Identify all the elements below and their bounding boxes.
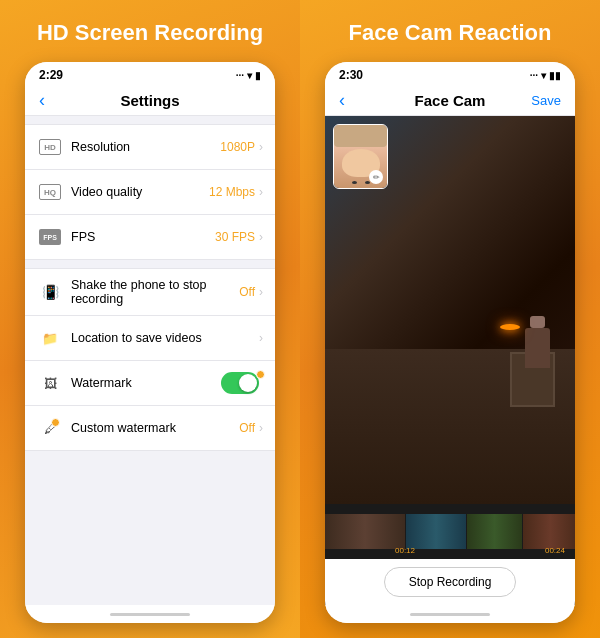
game-character-head: [530, 316, 545, 328]
settings-section-1: HD Resolution 1080P › HQ Video quality 1…: [25, 124, 275, 260]
game-character: [525, 328, 550, 368]
fps-label: FPS: [71, 230, 215, 244]
face-cam-overlay[interactable]: ✏: [333, 124, 388, 189]
face-eye-right: [365, 181, 370, 184]
watermark-badge: [256, 370, 265, 379]
right-nav-bar: ‹ Face Cam Save: [325, 86, 575, 116]
custom-watermark-value: Off: [239, 421, 255, 435]
timeline-clip-1[interactable]: [325, 514, 405, 549]
custom-watermark-img-icon: 🖊: [44, 421, 57, 436]
watermark-label: Watermark: [71, 376, 221, 390]
right-home-bar: [410, 613, 490, 616]
face-hair: [334, 125, 387, 147]
signal-icon: ···: [236, 70, 244, 81]
resolution-chevron: ›: [259, 140, 263, 154]
settings-list: HD Resolution 1080P › HQ Video quality 1…: [25, 116, 275, 605]
custom-watermark-row[interactable]: 🖊 Custom watermark Off ›: [25, 406, 275, 450]
stop-recording-button[interactable]: Stop Recording: [384, 567, 517, 597]
right-wifi-icon: ▾: [541, 70, 546, 81]
fps-icon: FPS: [39, 229, 61, 245]
custom-watermark-badge: [51, 418, 60, 427]
hd-icon: HD: [39, 139, 61, 155]
save-button[interactable]: Save: [531, 93, 561, 108]
facecam-nav-title: Face Cam: [415, 92, 486, 109]
fps-icon-container: FPS: [37, 224, 63, 250]
left-nav-bar: ‹ Settings: [25, 86, 275, 116]
left-panel: HD Screen Recording 2:29 ··· ▾ ▮ ‹ Setti…: [0, 0, 300, 638]
location-icon: 📁: [37, 325, 63, 351]
right-phone-mockup: 2:30 ··· ▾ ▮▮ ‹ Face Cam Save: [325, 62, 575, 623]
face-eye-left: [352, 181, 357, 184]
video-quality-label: Video quality: [71, 185, 209, 199]
left-home-indicator: [25, 605, 275, 623]
back-button[interactable]: ‹: [39, 90, 45, 111]
watermark-toggle[interactable]: [221, 372, 259, 394]
shake-phone-row[interactable]: 📳 Shake the phone to stop recording Off …: [25, 269, 275, 316]
fps-chevron: ›: [259, 230, 263, 244]
folder-icon: 📁: [42, 331, 58, 346]
resolution-icon: HD: [37, 134, 63, 160]
video-area: ✏: [325, 116, 575, 504]
right-battery-icon: ▮▮: [549, 70, 561, 81]
watermark-icon: 🖼: [37, 370, 63, 396]
left-phone-mockup: 2:29 ··· ▾ ▮ ‹ Settings HD Resolution 1: [25, 62, 275, 623]
stop-recording-area: Stop Recording: [325, 559, 575, 605]
home-bar: [110, 613, 190, 616]
watermark-img-icon: 🖼: [44, 376, 57, 391]
timeline-time-2: 00:24: [545, 546, 565, 555]
right-status-bar: 2:30 ··· ▾ ▮▮: [325, 62, 575, 86]
video-quality-chevron: ›: [259, 185, 263, 199]
right-panel: Face Cam Reaction 2:30 ··· ▾ ▮▮ ‹ Face C…: [300, 0, 600, 638]
timeline-time-1: 00:12: [395, 546, 415, 555]
shake-phone-value: Off: [239, 285, 255, 299]
left-status-icons: ··· ▾ ▮: [236, 70, 261, 81]
video-quality-row[interactable]: HQ Video quality 12 Mbps ›: [25, 170, 275, 215]
right-home-indicator: [325, 605, 575, 623]
settings-section-2: 📳 Shake the phone to stop recording Off …: [25, 268, 275, 451]
watermark-row[interactable]: 🖼 Watermark: [25, 361, 275, 406]
facecam-content: ✏ 00:12 00:24 Stop Recording: [325, 116, 575, 605]
shake-phone-chevron: ›: [259, 285, 263, 299]
battery-icon: ▮: [255, 70, 261, 81]
right-panel-title: Face Cam Reaction: [349, 20, 552, 46]
resolution-row[interactable]: HD Resolution 1080P ›: [25, 125, 275, 170]
game-muzzle-flash: [500, 324, 520, 330]
custom-watermark-label: Custom watermark: [71, 421, 239, 435]
wifi-icon: ▾: [247, 70, 252, 81]
location-row[interactable]: 📁 Location to save videos ›: [25, 316, 275, 361]
shake-phone-label: Shake the phone to stop recording: [71, 278, 239, 306]
video-quality-icon: HQ: [37, 179, 63, 205]
timeline-clip-4[interactable]: [523, 514, 575, 549]
timeline-area: 00:12 00:24: [325, 504, 575, 559]
timeline-clip-2[interactable]: [406, 514, 466, 549]
left-panel-title: HD Screen Recording: [37, 20, 263, 46]
timeline-strip: [325, 514, 575, 549]
custom-watermark-chevron: ›: [259, 421, 263, 435]
hq-icon: HQ: [39, 184, 61, 200]
shake-phone-icon: 📳: [37, 279, 63, 305]
resolution-label: Resolution: [71, 140, 220, 154]
right-status-time: 2:30: [339, 68, 363, 82]
resolution-value: 1080P: [220, 140, 255, 154]
left-status-bar: 2:29 ··· ▾ ▮: [25, 62, 275, 86]
phone-shake-icon: 📳: [42, 284, 59, 300]
video-quality-value: 12 Mbps: [209, 185, 255, 199]
location-label: Location to save videos: [71, 331, 259, 345]
nav-title: Settings: [120, 92, 179, 109]
right-signal-icon: ···: [530, 70, 538, 81]
custom-watermark-icon: 🖊: [37, 415, 63, 441]
left-status-time: 2:29: [39, 68, 63, 82]
right-status-icons: ··· ▾ ▮▮: [530, 70, 561, 81]
fps-value: 30 FPS: [215, 230, 255, 244]
watermark-toggle-container: [221, 372, 263, 394]
timeline-clip-3[interactable]: [467, 514, 522, 549]
location-chevron: ›: [259, 331, 263, 345]
fps-row[interactable]: FPS FPS 30 FPS ›: [25, 215, 275, 259]
face-eyes: [352, 181, 370, 184]
facecam-back-button[interactable]: ‹: [339, 90, 345, 111]
